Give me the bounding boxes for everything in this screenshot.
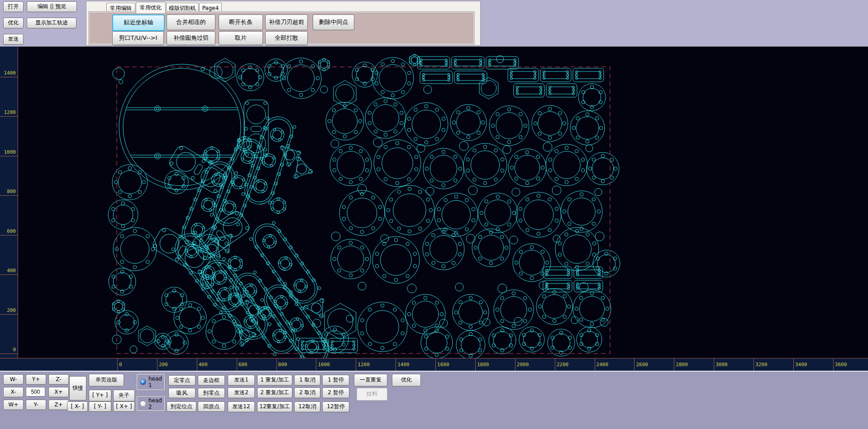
cad-workspace[interactable]: 0200400600800100012001400 02004006008001… — [0, 47, 868, 371]
single-page-chain-button[interactable]: 单页连版 — [89, 374, 124, 387]
send-button[interactable]: 发送 — [3, 34, 24, 45]
x-ruler-tick — [197, 358, 197, 371]
x-ruler-tick — [237, 358, 237, 371]
edit-preview-toggle-button[interactable]: 编辑 || 预览 — [27, 1, 77, 12]
x-ruler-label: 1200 — [358, 362, 370, 368]
cancel12-button[interactable]: 12取消 — [294, 401, 320, 412]
x-ruler-label: 2800 — [676, 362, 688, 368]
show-track-button[interactable]: 显示加工轨迹 — [27, 18, 76, 28]
x-ruler-label: 2400 — [596, 362, 609, 368]
pause1-button[interactable]: 1 暂停 — [322, 375, 349, 386]
open-button[interactable]: 打开 — [3, 1, 24, 12]
compensate-fillet-overcut-button[interactable]: 补偿圆角过切 — [167, 31, 215, 45]
repeat2-button[interactable]: 2 重复/加工 — [257, 387, 292, 398]
y-ruler-tick — [0, 354, 18, 354]
optimize2-button[interactable]: 优化 — [392, 374, 421, 387]
to-zero-button[interactable]: 到零点 — [198, 388, 225, 398]
send12-button[interactable]: 发送12 — [228, 401, 255, 412]
jog-x-plus-button[interactable]: X+ — [48, 387, 69, 397]
snap-to-axis-button[interactable]: 贴近坐标轴 — [112, 14, 165, 31]
x-ruler-tick — [475, 358, 476, 371]
x-ruler-tick — [555, 358, 555, 371]
bracket-y-minus-button[interactable]: [ Y- ] — [89, 401, 111, 412]
bracket-x-minus-button[interactable]: [ X- ] — [67, 401, 88, 412]
send2-button[interactable]: 发送2 — [228, 387, 255, 398]
home-button[interactable]: 回原点 — [198, 401, 225, 412]
jog-z-plus-button[interactable]: Z+ — [48, 400, 69, 410]
x-ruler-tick — [157, 358, 157, 371]
x-ruler-label: 3400 — [795, 362, 807, 368]
notch-tuv-to-i-button[interactable]: 剪口T/U/V-->I — [112, 31, 164, 45]
x-ruler-tick — [833, 358, 834, 371]
x-ruler-tick — [793, 358, 794, 371]
top-toolbar: 打开 编辑 || 预览 优化 显示加工轨迹 发送 常用编辑 常用优化 模版切割机… — [0, 0, 868, 47]
tab-control: 常用编辑 常用优化 模版切割机 Page4 贴近坐标轴 合并相连的 断开长条 补… — [86, 1, 481, 46]
jog-w-minus-button[interactable]: W- — [3, 374, 24, 385]
x-ruler-tick — [117, 358, 118, 371]
pick-piece-button[interactable]: 取片 — [219, 31, 263, 45]
y-ruler-label: 1400 — [4, 70, 16, 76]
x-ruler-tick — [316, 358, 316, 371]
x-ruler-tick — [277, 358, 277, 371]
clamp-button[interactable]: 夹子 — [113, 390, 135, 401]
x-ruler-label: 1000 — [318, 362, 330, 368]
set-zero-button[interactable]: 定零点 — [168, 375, 196, 386]
x-ruler-tick — [356, 358, 356, 371]
cancel2-button[interactable]: 2 取消 — [294, 387, 320, 398]
jog-y-plus-button[interactable]: Y+ — [26, 374, 46, 385]
x-ruler-label: 2600 — [636, 362, 648, 368]
explode-all-button[interactable]: 全部打散 — [265, 31, 308, 45]
cancel1-button[interactable]: 1 取消 — [294, 375, 320, 386]
machine-control-panel: W- Y+ Z- X- X+ W+ Y- Z+ 快慢 单页连版 [ Y+ ] 夹… — [0, 371, 868, 429]
x-ruler-label: 800 — [278, 362, 287, 368]
x-ruler-label: 3000 — [715, 362, 728, 368]
head2-radio-group[interactable]: head 2 — [137, 396, 165, 411]
y-ruler-tick — [0, 235, 18, 236]
x-ruler-tick — [634, 358, 634, 371]
head1-radio[interactable] — [140, 379, 146, 385]
head1-radio-group[interactable]: head 1 — [137, 374, 165, 390]
speed-fast-slow-toggle[interactable]: 快慢 — [69, 376, 86, 401]
send1-button[interactable]: 发送1 — [228, 375, 255, 386]
nesting-canvas[interactable] — [18, 47, 868, 358]
x-ruler-tick — [595, 358, 595, 371]
x-ruler-label: 1400 — [397, 362, 410, 368]
x-ruler-tick — [674, 358, 674, 371]
y-ruler-tick — [0, 274, 18, 275]
bracket-x-plus-button[interactable]: [ X+ ] — [113, 401, 135, 412]
to-locate-point-button[interactable]: 到定位点 — [167, 401, 196, 412]
tab-common-optimize[interactable]: 常用优化 — [136, 2, 166, 13]
jog-speed-input[interactable] — [26, 387, 45, 396]
x-ruler-label: 3600 — [835, 362, 847, 368]
head2-radio[interactable] — [140, 401, 146, 407]
pause2-button[interactable]: 2 暂停 — [322, 387, 349, 398]
jog-w-plus-button[interactable]: W+ — [3, 400, 24, 410]
y-ruler-tick — [0, 156, 18, 156]
jog-z-minus-button[interactable]: Z- — [48, 374, 69, 385]
always-repeat-button[interactable]: 一直重复 — [354, 374, 387, 387]
pull-material-button[interactable]: 拉料 — [357, 388, 387, 401]
repeat12-button[interactable]: 12重复/加工 — [257, 401, 292, 412]
x-ruler-label: 0 — [119, 362, 122, 368]
jog-y-minus-button[interactable]: Y- — [26, 400, 46, 410]
repeat1-button[interactable]: 1 重复/加工 — [257, 375, 292, 386]
x-ruler-label: 400 — [199, 362, 208, 368]
optimize-button[interactable]: 优化 — [3, 18, 24, 28]
pause12-button[interactable]: 12暂停 — [322, 401, 349, 412]
x-ruler-label: 600 — [238, 362, 248, 368]
break-long-strip-button[interactable]: 断开长条 — [219, 14, 263, 30]
suction-button[interactable]: 吸风 — [168, 388, 196, 398]
bracket-y-plus-button[interactable]: [ Y+ ] — [89, 390, 111, 401]
vertical-ruler: 0200400600800100012001400 — [0, 47, 18, 358]
delete-midpoints-button[interactable]: 删除中间点 — [313, 14, 354, 30]
y-ruler-label: 1000 — [4, 149, 16, 155]
y-ruler-label: 0 — [13, 347, 16, 353]
jog-x-minus-button[interactable]: X- — [3, 387, 24, 397]
compensate-blade-lead-button[interactable]: 补偿刀刃超前 — [265, 14, 308, 30]
frame-run-button[interactable]: 走边框 — [198, 375, 225, 386]
y-ruler-tick — [0, 314, 18, 315]
x-ruler-tick — [515, 358, 515, 371]
x-ruler-label: 2000 — [517, 362, 529, 368]
merge-connected-button[interactable]: 合并相连的 — [167, 14, 215, 30]
x-ruler-tick — [435, 358, 436, 371]
